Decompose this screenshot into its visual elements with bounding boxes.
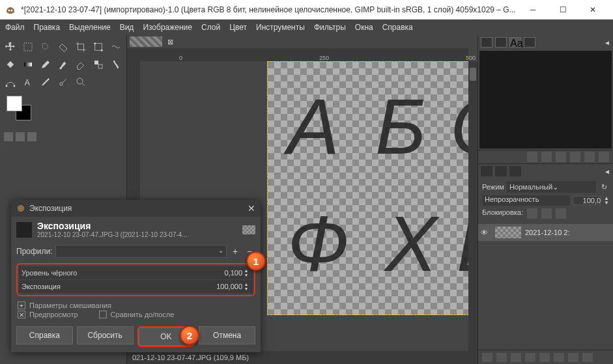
free-select-tool-icon[interactable] <box>36 38 54 55</box>
paths-tab-icon[interactable] <box>509 166 521 176</box>
transform-tool-icon[interactable] <box>89 38 107 55</box>
blend-options-expander[interactable]: + Параметры смешивания <box>18 301 254 309</box>
menu-tools[interactable]: Инструменты <box>256 23 305 32</box>
smudge-tool-icon[interactable] <box>107 55 124 73</box>
dock-icon[interactable] <box>570 152 580 162</box>
dialog-titlebar[interactable]: Экспозиция ✕ <box>11 200 261 217</box>
layer-down-icon[interactable] <box>525 353 535 362</box>
dock-tab-history-icon[interactable] <box>524 37 535 48</box>
color-swatches[interactable] <box>7 96 39 128</box>
menu-help[interactable]: Справка <box>382 23 413 32</box>
image-tabs: ⊠ <box>127 35 478 48</box>
reset-button[interactable]: Сбросить <box>77 326 134 344</box>
callout-1: 1 <box>246 251 266 271</box>
dock-icon[interactable] <box>527 152 537 162</box>
profile-add-icon[interactable]: + <box>229 245 241 257</box>
exposure-slider[interactable]: Экспозиция 100,000 ▲▼ <box>19 280 253 293</box>
mode-reset-icon[interactable]: ↻ <box>599 183 609 191</box>
dock-menu-icon[interactable]: ◄ <box>604 39 610 46</box>
cancel-button[interactable]: Отмена <box>199 326 255 344</box>
menu-layer[interactable]: Слой <box>201 23 220 32</box>
window-minimize-button[interactable]: ─ <box>518 0 548 20</box>
split-checkbox[interactable] <box>99 311 107 318</box>
eraser-tool-icon[interactable] <box>72 55 89 73</box>
move-tool-icon[interactable] <box>1 38 19 55</box>
layer-visibility-icon[interactable]: 👁 <box>481 229 491 236</box>
menu-file[interactable]: Файл <box>5 23 25 32</box>
menu-select[interactable]: Выделение <box>69 23 111 32</box>
opacity-input[interactable] <box>573 196 601 205</box>
window-titlebar: *[2021-12-10 23-07-47] (импортировано)-1… <box>0 0 613 20</box>
window-close-button[interactable]: ✕ <box>578 0 608 20</box>
window-maximize-button[interactable]: ☐ <box>548 0 578 20</box>
gradient-tool-icon[interactable] <box>19 55 36 73</box>
menu-view[interactable]: Вид <box>120 23 134 32</box>
opacity-slider[interactable]: Непрозрачность <box>482 195 570 206</box>
svg-rect-8 <box>98 64 102 68</box>
navigation-preview[interactable] <box>479 51 612 148</box>
channels-tab-icon[interactable] <box>495 166 507 176</box>
dialog-close-icon[interactable]: ✕ <box>248 203 255 214</box>
lock-position-icon[interactable] <box>541 208 552 219</box>
layer-up-icon[interactable] <box>511 353 521 362</box>
dock-tab-fonts-icon[interactable]: Aa <box>509 37 521 48</box>
layer-row[interactable]: 👁 2021-12-10 2: <box>478 224 613 241</box>
clone-tool-icon[interactable] <box>89 55 107 73</box>
menu-edit[interactable]: Правка <box>34 23 61 32</box>
images-icon[interactable] <box>27 132 36 141</box>
fg-color-swatch[interactable] <box>7 96 22 111</box>
menu-filters[interactable]: Фильтры <box>314 23 346 32</box>
exposure-stepper-icon[interactable]: ▲▼ <box>242 282 250 291</box>
dock-icon[interactable] <box>599 152 609 162</box>
tool-options-icon[interactable] <box>4 132 13 141</box>
bucket-tool-icon[interactable] <box>1 55 19 73</box>
mask-layer-icon[interactable] <box>568 353 578 362</box>
lock-pixels-icon[interactable] <box>527 208 537 219</box>
rect-select-tool-icon[interactable] <box>19 38 36 55</box>
warp-tool-icon[interactable] <box>107 38 124 55</box>
pencil-tool-icon[interactable] <box>36 55 54 73</box>
fuzzy-select-tool-icon[interactable] <box>54 38 72 55</box>
vertical-scrollbar[interactable] <box>468 61 478 351</box>
dock-icon[interactable] <box>556 152 566 162</box>
device-status-icon[interactable] <box>16 132 25 141</box>
dock-mid-toolbar <box>478 150 613 164</box>
layers-tab-icon[interactable] <box>481 166 492 176</box>
help-button[interactable]: Справка <box>16 326 73 344</box>
zoom-tool-icon[interactable] <box>72 73 89 91</box>
layers-menu-icon[interactable]: ◄ <box>604 168 610 175</box>
black-level-slider[interactable]: Уровень чёрного 0,100 ▲▼ <box>19 266 253 279</box>
layer-thumbnail <box>495 227 521 238</box>
layer-name[interactable]: 2021-12-10 2: <box>525 229 570 236</box>
mode-combo[interactable]: Нормальный ⌄ <box>507 181 596 193</box>
menu-windows[interactable]: Окна <box>355 23 373 32</box>
lock-alpha-icon[interactable] <box>556 208 566 219</box>
profile-combo[interactable]: ⌄ <box>55 245 227 258</box>
layers-toolbar <box>478 350 613 364</box>
path-tool-icon[interactable] <box>1 73 19 91</box>
merge-layer-icon[interactable] <box>554 353 564 362</box>
dock-tab-patterns-icon[interactable] <box>495 37 507 48</box>
brush-tool-icon[interactable] <box>54 55 72 73</box>
opacity-stepper-icon[interactable]: ▲▼ <box>604 196 609 205</box>
exposure-icon <box>16 222 32 238</box>
image-canvas[interactable]: АБС ФХL <box>267 61 468 315</box>
duplicate-layer-icon[interactable] <box>539 353 550 362</box>
layer-group-icon[interactable] <box>496 353 507 362</box>
preview-checkbox[interactable]: ✕ <box>18 311 25 318</box>
new-layer-icon[interactable] <box>482 353 492 362</box>
color-picker-tool-icon[interactable] <box>36 73 54 91</box>
dock-icon[interactable] <box>584 152 595 162</box>
image-tab[interactable] <box>130 36 162 47</box>
menu-color[interactable]: Цвет <box>229 23 247 32</box>
text-tool-icon[interactable]: A <box>19 73 36 91</box>
delete-layer-icon[interactable] <box>582 353 593 362</box>
menu-image[interactable]: Изображение <box>143 23 192 32</box>
dock-icon[interactable] <box>541 152 552 162</box>
svg-point-5 <box>100 49 102 51</box>
black-level-stepper-icon[interactable]: ▲▼ <box>242 268 250 277</box>
tab-close-icon[interactable]: ⊠ <box>167 38 173 46</box>
crop-tool-icon[interactable] <box>72 38 89 55</box>
dock-tab-brushes-icon[interactable] <box>481 37 492 48</box>
measure-tool-icon[interactable] <box>54 73 72 91</box>
